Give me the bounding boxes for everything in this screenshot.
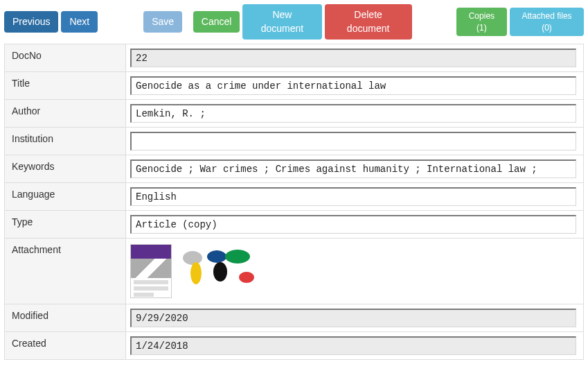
attachment-thumbnail-2[interactable] xyxy=(179,244,262,293)
svg-point-3 xyxy=(225,250,250,263)
created-field xyxy=(130,336,576,355)
keywords-field[interactable] xyxy=(130,159,576,178)
author-field[interactable] xyxy=(130,104,576,123)
label-keywords: Keywords xyxy=(5,155,126,183)
save-button[interactable]: Save xyxy=(143,11,182,33)
title-field[interactable] xyxy=(130,76,576,95)
label-created: Created xyxy=(5,332,126,360)
new-document-button[interactable]: New document xyxy=(242,4,321,40)
label-institution: Institution xyxy=(5,128,126,155)
document-form: DocNo Title Author Institution Keywords … xyxy=(4,44,584,360)
copies-button[interactable]: Copies (1) xyxy=(456,8,507,37)
svg-point-1 xyxy=(190,262,202,284)
attachment-thumbnail-1[interactable] xyxy=(130,244,172,298)
label-docno: DocNo xyxy=(5,44,126,72)
delete-document-button[interactable]: Delete document xyxy=(325,4,412,40)
svg-point-2 xyxy=(207,250,226,263)
attached-files-button[interactable]: Attached files (0) xyxy=(510,8,584,37)
docno-field xyxy=(130,49,576,67)
modified-field xyxy=(130,309,576,327)
label-modified: Modified xyxy=(5,304,126,332)
toolbar: Previous Next Save Cancel New document D… xyxy=(4,4,584,44)
label-type: Type xyxy=(5,211,126,239)
label-language: Language xyxy=(5,183,126,211)
attachment-area xyxy=(130,243,576,300)
cancel-button[interactable]: Cancel xyxy=(193,11,240,33)
label-author: Author xyxy=(5,100,126,128)
svg-point-0 xyxy=(183,251,202,265)
svg-point-5 xyxy=(239,272,254,283)
label-attachment: Attachment xyxy=(5,239,126,304)
language-field[interactable] xyxy=(130,187,576,206)
type-field[interactable] xyxy=(130,215,576,234)
institution-field[interactable] xyxy=(130,132,576,150)
next-button[interactable]: Next xyxy=(61,11,98,33)
svg-point-4 xyxy=(213,262,227,282)
previous-button[interactable]: Previous xyxy=(4,11,58,33)
label-title: Title xyxy=(5,72,126,100)
